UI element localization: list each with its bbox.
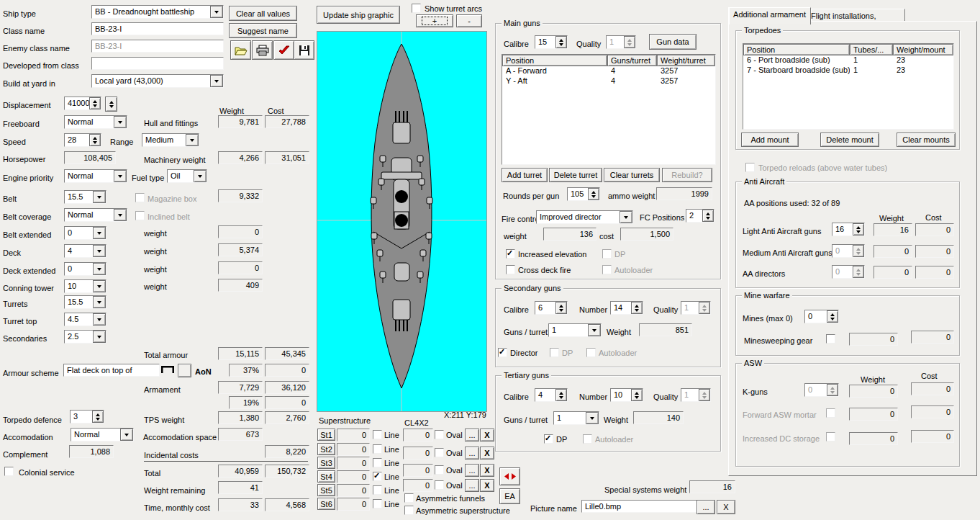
spinner-arrows-icon[interactable] [853, 245, 864, 257]
picture-clear-button[interactable]: X [717, 500, 735, 514]
chevron-down-icon[interactable] [210, 6, 223, 18]
spinner-arrows-icon[interactable] [853, 223, 864, 236]
class-name-input[interactable]: BB-23-I [91, 22, 224, 35]
main-quality-spinner[interactable]: 1 [606, 35, 636, 49]
spinner-arrows-icon[interactable] [699, 389, 710, 401]
delete-mount-button[interactable]: Delete mount [820, 133, 879, 147]
suggest-name-button[interactable]: Suggest name [229, 23, 297, 38]
main-dp-checkbox[interactable] [602, 249, 612, 259]
cross-deck-fire-checkbox[interactable] [506, 265, 515, 274]
spinner-arrows-icon[interactable] [631, 389, 643, 401]
displacement-spinner[interactable]: 41000 [64, 97, 101, 110]
delete-turret-button[interactable]: Delete turret [549, 168, 602, 182]
spinner-arrows-icon[interactable] [555, 302, 567, 314]
chevron-down-icon[interactable] [114, 170, 127, 182]
open-file-button[interactable] [230, 40, 251, 60]
tertiary-guns-per-turret-dropdown[interactable]: 1 [553, 411, 599, 425]
k-guns-spinner[interactable]: 0 [804, 383, 839, 397]
main-guns-table-header[interactable]: Position Guns/turret Weight/turret [502, 55, 715, 66]
chevron-down-icon[interactable] [93, 296, 106, 308]
spinner-arrows-icon[interactable] [699, 302, 710, 314]
range-dropdown[interactable]: Medium [142, 133, 199, 147]
chevron-down-icon[interactable] [93, 313, 106, 326]
tertiary-dp-checkbox[interactable] [544, 434, 553, 444]
spinner-arrows-icon[interactable] [92, 411, 104, 423]
st4-button[interactable]: St4 [317, 470, 335, 483]
show-turret-arcs-checkbox[interactable] [412, 4, 421, 13]
rebuild-button[interactable]: Rebuild? [662, 168, 712, 182]
secondary-number-spinner[interactable]: 14 [610, 301, 643, 315]
speed-spinner[interactable]: 28 [64, 133, 101, 147]
update-ship-graphic-button[interactable]: Update ship graphic [317, 6, 400, 24]
armour-scheme-field[interactable]: Flat deck on top of [63, 364, 160, 377]
oval3-browse-button[interactable]: ... [465, 464, 479, 477]
print-button[interactable] [252, 40, 273, 60]
spinner-arrows-icon[interactable] [827, 310, 838, 323]
column-header-position[interactable]: Position [743, 44, 850, 55]
oval2-delete-button[interactable]: X [480, 447, 494, 460]
torpedo-reloads-checkbox[interactable] [745, 163, 755, 172]
column-header-tubes[interactable]: Tubes/... [850, 44, 893, 55]
picture-browse-button[interactable]: ... [697, 500, 715, 514]
spinner-arrows-icon[interactable] [555, 36, 567, 48]
secondary-director-checkbox[interactable] [498, 348, 507, 357]
belt-coverage-dropdown[interactable]: Normal [64, 208, 127, 222]
table-row[interactable]: A - Forward 4 3257 [502, 66, 715, 76]
freeboard-dropdown[interactable]: Normal [64, 115, 127, 129]
belt-dropdown[interactable]: 15.5 [64, 190, 106, 204]
forward-asw-mortar-checkbox[interactable] [826, 408, 835, 418]
chevron-down-icon[interactable] [93, 331, 106, 343]
secondary-dp-checkbox[interactable] [550, 348, 559, 357]
fire-control-dropdown[interactable]: Improved director [536, 210, 633, 224]
main-guns-table[interactable]: Position Guns/turret Weight/turret A - F… [502, 54, 716, 165]
torpedoes-table-header[interactable]: Position Tubes/... Weight/mount [743, 44, 953, 55]
chevron-down-icon[interactable] [186, 134, 199, 146]
asymmetric-superstructure-checkbox[interactable] [404, 506, 414, 515]
table-row[interactable]: Y - Aft 4 3257 [502, 76, 715, 86]
spinner-arrows-icon[interactable] [89, 97, 101, 109]
ship-graphic-canvas[interactable] [317, 31, 487, 412]
rounds-per-gun-spinner[interactable]: 105 [567, 187, 600, 201]
main-calibre-spinner[interactable]: 15 [535, 35, 568, 49]
oval2-checkbox[interactable] [435, 448, 444, 457]
increased-dc-storage-checkbox[interactable] [826, 432, 835, 441]
medium-aa-spinner[interactable]: 0 [832, 244, 865, 258]
torpedoes-table[interactable]: Position Tubes/... Weight/mount 6 - Port… [743, 43, 954, 130]
spinner-arrows-icon[interactable] [702, 210, 714, 222]
minesweeping-gear-checkbox[interactable] [826, 334, 835, 344]
tertiary-calibre-spinner[interactable]: 4 [535, 388, 568, 402]
asymmetric-funnels-checkbox[interactable] [404, 493, 414, 503]
secondary-quality-spinner[interactable]: 1 [681, 301, 711, 315]
oval2-browse-button[interactable]: ... [465, 447, 479, 460]
st2-line-checkbox[interactable] [373, 444, 382, 454]
ea-button[interactable]: EA [499, 488, 520, 504]
st6-button[interactable]: St6 [317, 498, 335, 510]
add-turret-button[interactable]: Add turret [502, 168, 548, 182]
oval3-delete-button[interactable]: X [480, 464, 494, 477]
spinner-arrows-icon[interactable] [827, 384, 838, 396]
tertiary-quality-spinner[interactable]: 1 [681, 388, 711, 402]
chevron-down-icon[interactable] [93, 263, 106, 275]
st3-button[interactable]: St3 [317, 457, 335, 469]
table-row[interactable]: 7 - Starboard broadside (sub) 1 23 [743, 66, 953, 76]
spinner-arrows-icon[interactable] [853, 266, 864, 278]
armour-scheme-picker-button[interactable] [178, 364, 191, 377]
turret-top-dropdown[interactable]: 4.5 [64, 313, 106, 326]
tab-additional-armament[interactable]: Additional armament [728, 7, 811, 24]
clear-all-values-button[interactable]: Clear all values [229, 6, 297, 21]
column-header-weight-per-turret[interactable]: Weight/turret [657, 55, 715, 66]
spinner-arrows-icon[interactable] [89, 134, 101, 146]
secondary-guns-per-turret-dropdown[interactable]: 1 [548, 323, 602, 337]
fc-positions-spinner[interactable]: 2 [686, 209, 714, 223]
oval1-delete-button[interactable]: X [480, 429, 494, 441]
clear-turrets-button[interactable]: Clear turrets [604, 168, 660, 182]
st3-line-checkbox[interactable] [373, 458, 382, 467]
spinner-arrows-icon[interactable] [555, 389, 567, 401]
oval1-checkbox[interactable] [435, 430, 444, 439]
enemy-class-input[interactable]: BB-23-I [91, 40, 224, 53]
validate-button[interactable] [273, 40, 294, 60]
oval4-browse-button[interactable]: ... [465, 479, 479, 492]
displacement-coarse-spinner[interactable] [105, 97, 117, 112]
oval4-checkbox[interactable] [435, 480, 444, 490]
mirror-ship-button[interactable] [499, 467, 520, 485]
